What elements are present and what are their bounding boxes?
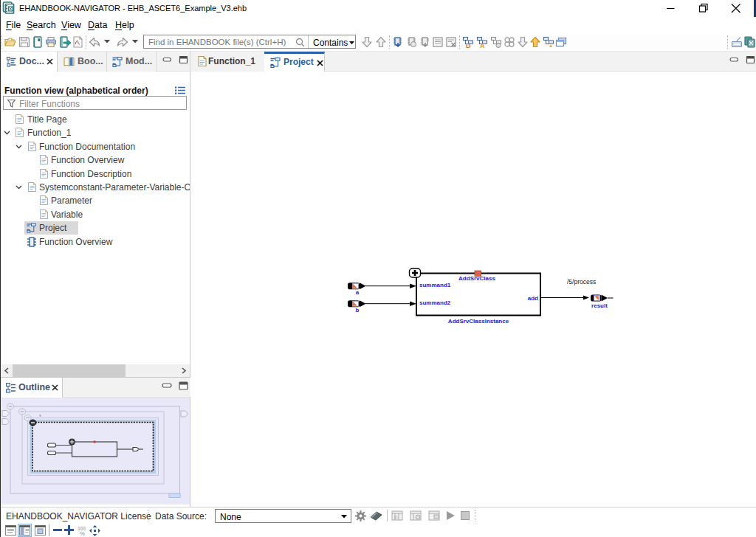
svg-text:10: 10 (394, 515, 398, 519)
svg-text:add: add (528, 295, 538, 302)
svg-text:b: b (356, 307, 360, 313)
svg-text:result: result (591, 302, 608, 309)
svg-text:%: % (80, 530, 85, 536)
svg-text:summand2: summand2 (419, 299, 451, 306)
svg-text:/5/process: /5/process (567, 278, 596, 285)
svg-text:D: D (466, 42, 471, 49)
svg-text:AddSrvClassInstance: AddSrvClassInstance (448, 318, 509, 325)
svg-text:s: s (39, 413, 41, 418)
svg-text:a: a (356, 289, 360, 296)
svg-text:AddSrvClass: AddSrvClass (458, 275, 495, 282)
svg-text:A: A (480, 42, 485, 49)
svg-text:summand1: summand1 (419, 282, 451, 288)
